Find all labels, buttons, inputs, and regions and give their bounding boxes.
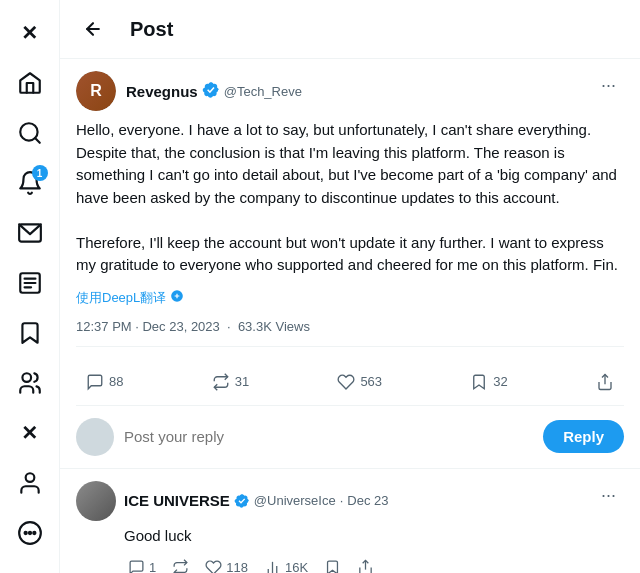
sidebar-item-messages[interactable] [7,210,53,256]
svg-point-10 [24,532,26,534]
comment-date: · [340,493,344,508]
share-action-button[interactable] [586,367,624,397]
comment-retweet-icon [172,559,189,573]
home-icon [17,70,43,96]
x-premium-icon: ✕ [21,421,38,445]
sidebar: ✕ 1 ✕ [0,0,60,573]
tweet-time: 12:37 PM · Dec 23, 2023 [76,319,220,334]
reply-count: 88 [109,374,123,389]
comment-body: Good luck [124,525,624,548]
reply-action-button[interactable]: 88 [76,367,133,397]
back-arrow-icon [83,19,103,39]
more-icon [17,520,43,546]
comment-reply-icon [128,559,145,573]
post-header: Post [60,0,640,59]
svg-point-8 [25,473,34,482]
comment-author-handle: @UniverseIce [254,493,336,508]
tweet-timestamp: 12:37 PM · Dec 23, 2023 · 63.3K Views [76,319,624,347]
comment-share-icon [357,559,374,573]
comment-views-count: 16K [285,560,308,573]
reply-input-field[interactable] [124,428,533,445]
tweet-user-left: R Revegnus @Tech_Reve [76,71,302,111]
comment-reply-count: 1 [149,560,156,573]
comment-like-icon [205,559,222,573]
lists-icon [17,270,43,296]
bookmark-icon [17,320,43,346]
x-logo-icon: ✕ [21,21,38,45]
tweet-body: Hello, everyone. I have a lot to say, bu… [76,119,624,277]
sidebar-item-profile[interactable] [7,460,53,506]
notification-badge: 1 [32,165,48,181]
comment-date-value: Dec 23 [347,493,388,508]
comment-like-count: 118 [226,560,248,573]
tweet-user-info: Revegnus @Tech_Reve [126,81,302,102]
sidebar-item-notifications[interactable]: 1 [7,160,53,206]
tweet-card: R Revegnus @Tech_Reve ··· Hello, ev [60,59,640,406]
comment-views-icon [264,559,281,573]
back-button[interactable] [76,12,110,46]
tweet-user-name-row: Revegnus @Tech_Reve [126,81,302,102]
tweet-author-avatar[interactable]: R [76,71,116,111]
comment-meta: ICE UNIVERSE @UniverseIce · Dec 23 [124,492,389,509]
comment-more-icon: ··· [601,485,616,506]
bookmark-action-button[interactable]: 32 [460,367,517,397]
tweet-more-button[interactable]: ··· [593,71,624,100]
comment-reply-button[interactable]: 1 [124,555,168,573]
comment-user-left: ICE UNIVERSE @UniverseIce · Dec 23 [76,481,389,521]
communities-icon [17,370,43,396]
mail-icon [17,220,43,246]
reply-action-icon [86,373,104,391]
tweet-author-name[interactable]: Revegnus [126,83,198,100]
reply-submit-button[interactable]: Reply [543,420,624,453]
sidebar-item-home[interactable] [7,60,53,106]
sidebar-item-search[interactable] [7,110,53,156]
retweet-action-button[interactable]: 31 [202,367,259,397]
translate-link[interactable]: 使用DeepL翻译 [76,289,624,307]
svg-point-7 [22,373,31,382]
retweet-action-icon [212,373,230,391]
comment-share-button[interactable] [353,555,386,573]
tweet-actions-row: 88 31 563 32 [76,359,624,406]
svg-point-11 [28,532,30,534]
reply-input-row: Reply [60,406,640,469]
svg-line-1 [35,138,40,143]
search-icon [17,120,43,146]
profile-icon [17,470,43,496]
comment-like-button[interactable]: 118 [201,555,260,573]
tweet-author-handle: @Tech_Reve [224,84,302,99]
sidebar-item-x-logo[interactable]: ✕ [7,10,53,56]
comment-verified-icon [234,493,250,509]
like-action-button[interactable]: 563 [327,367,392,397]
sidebar-item-more[interactable] [7,510,53,556]
verified-badge-icon [202,81,220,102]
comment-bookmark-button[interactable] [320,555,353,573]
translate-text: 使用DeepL翻译 [76,289,166,307]
sidebar-item-bookmarks[interactable] [7,310,53,356]
comment-views-button[interactable]: 16K [260,555,320,573]
tweet-more-icon: ··· [601,75,616,96]
avatar-image: R [76,71,116,111]
comment-more-button[interactable]: ··· [593,481,624,510]
tweet-user-row: R Revegnus @Tech_Reve ··· [76,71,624,111]
sidebar-item-lists[interactable] [7,260,53,306]
translate-arrow-icon [170,289,184,306]
comment-actions: 1 118 16K [124,555,624,573]
page-title: Post [130,18,173,41]
sidebar-item-communities[interactable] [7,360,53,406]
bookmark-count: 32 [493,374,507,389]
comment-author-avatar[interactable] [76,481,116,521]
main-content: Post R Revegnus @Tech_Reve [60,0,640,573]
like-action-icon [337,373,355,391]
comment-avatar-image [76,481,116,521]
reply-user-avatar [76,418,114,456]
share-action-icon [596,373,614,391]
svg-point-12 [33,532,35,534]
like-count: 563 [360,374,382,389]
comment-bookmark-icon [324,559,341,573]
comment-user-row: ICE UNIVERSE @UniverseIce · Dec 23 ··· [76,481,624,521]
tweet-views: 63.3K Views [238,319,310,334]
sidebar-item-x-premium[interactable]: ✕ [7,410,53,456]
comment-retweet-button[interactable] [168,555,201,573]
comment-card: ICE UNIVERSE @UniverseIce · Dec 23 ··· G… [60,469,640,574]
comment-author-name[interactable]: ICE UNIVERSE [124,492,230,509]
